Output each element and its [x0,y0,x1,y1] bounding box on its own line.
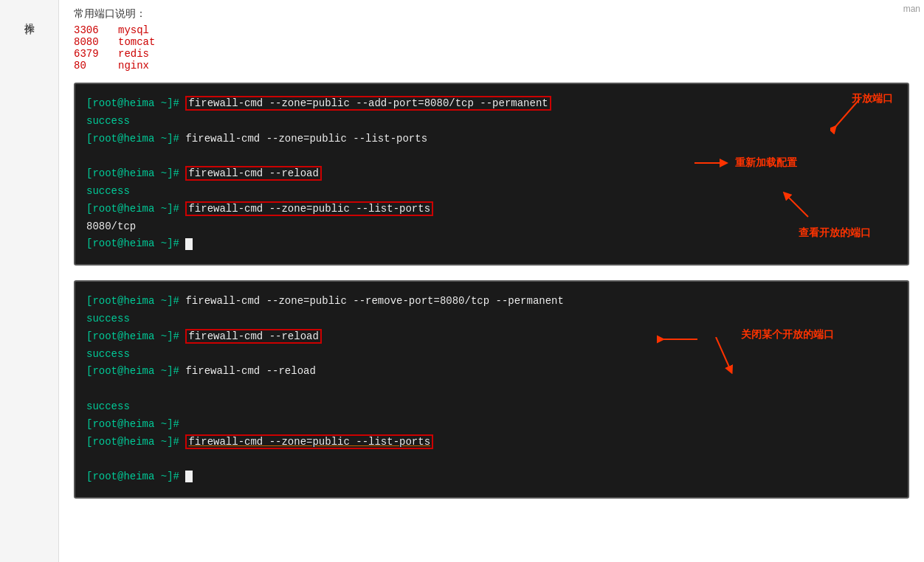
terminal-line: success [86,113,897,131]
terminal-line [86,451,897,468]
arrow-close-port [657,332,701,353]
svg-line-4 [716,337,731,370]
terminal-line: [root@heima ~]# firewall-cmd --zone=publ… [86,201,897,218]
terminal-prompt: [root@heima ~]# [86,436,185,448]
terminal-line: [root@heima ~]# firewall-cmd --reload [86,363,897,381]
terminal-line: [root@heima ~]# firewall-cmd --zone=publ… [86,434,897,451]
arrow-down-close [708,337,738,381]
terminal-prompt: [root@heima ~]# [86,167,185,179]
terminal-cursor [185,238,193,250]
terminal-prompt: [root@heima ~]# [86,237,185,249]
terminal-line: [root@heima ~]# [86,468,897,486]
port-number: 6379 [74,48,118,60]
port-row: 3306mysql [74,24,155,36]
terminal-block-2: [root@heima ~]# firewall-cmd --zone=publ… [74,280,909,499]
terminal-block-1: [root@heima ~]# firewall-cmd --zone=publ… [74,83,909,266]
port-name: mysql [118,24,155,36]
port-number: 80 [74,60,118,72]
sidebar: 操作 [0,0,59,562]
svg-line-2 [834,99,860,128]
terminal-line: [root@heima ~]# firewall-cmd --zone=publ… [86,95,897,113]
port-row: 8080tomcat [74,36,155,48]
terminal-prompt: [root@heima ~]# [86,365,185,377]
svg-line-1 [786,195,808,217]
terminal-line: [root@heima ~]# firewall-cmd --zone=publ… [86,131,897,148]
terminal-command: firewall-cmd --zone=public --add-port=80… [185,96,551,111]
port-name: tomcat [118,36,155,48]
terminal-line: success [86,346,897,364]
port-name: nginx [118,60,155,72]
port-number: 3306 [74,24,118,36]
terminal-line: success [86,183,897,201]
terminal-command: firewall-cmd --zone=public --list-ports [185,201,433,216]
terminal-command: firewall-cmd --reload [185,329,321,344]
terminal-prompt: [root@heima ~]# [86,97,185,109]
terminal-prompt: [root@heima ~]# [86,133,185,145]
port-info-section: 常用端口说明： 3306mysql8080tomcat6379redis80ng… [74,7,909,72]
main-content: 常用端口说明： 3306mysql8080tomcat6379redis80ng… [59,0,924,562]
port-name: redis [118,48,155,60]
sidebar-label: 操作 [23,15,36,18]
terminal-command: firewall-cmd --zone=public --list-ports [185,434,433,449]
terminal-prompt: [root@heima ~]# [86,418,179,430]
terminal-line: [root@heima ~]# [86,416,897,434]
port-number: 8080 [74,36,118,48]
port-table: 3306mysql8080tomcat6379redis80nginx [74,24,155,72]
terminal-prompt: [root@heima ~]# [86,203,185,215]
annotation-reload: 重新加载配置 [694,154,797,172]
terminal-cursor [185,471,193,482]
terminal-prompt: [root@heima ~]# [86,471,185,482]
port-info-title: 常用端口说明： [74,7,909,21]
terminal-line: 8080/tcp [86,218,897,236]
terminal-line [86,381,897,398]
arrow-open-port [830,99,867,142]
terminal-command: firewall-cmd --zone=public --remove-port… [185,295,563,307]
terminal-command: firewall-cmd --reload [185,166,321,181]
terminal-line: success [86,398,897,416]
terminal-prompt: [root@heima ~]# [86,295,185,307]
port-row: 6379redis [74,48,155,60]
right-label: man [900,0,924,18]
arrow-view-ports [782,191,812,227]
annotation-close-port: 关闭某个开放的端口 [741,326,834,344]
terminal-line: [root@heima ~]# [86,235,897,253]
terminal-command: firewall-cmd --reload [185,365,315,377]
terminal-command: firewall-cmd --zone=public --list-ports [185,133,427,145]
port-row: 80nginx [74,60,155,72]
terminal-prompt: [root@heima ~]# [86,330,185,342]
terminal-line: [root@heima ~]# firewall-cmd --zone=publ… [86,293,897,311]
